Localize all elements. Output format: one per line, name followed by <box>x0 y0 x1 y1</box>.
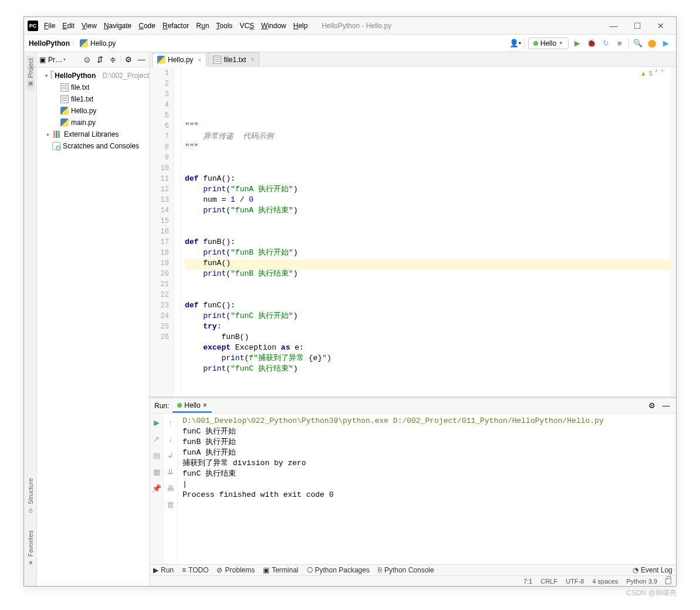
layout2-icon[interactable]: ▦ <box>151 466 162 477</box>
encoding[interactable]: UTF-8 <box>566 578 584 585</box>
green-dot-icon <box>177 403 182 408</box>
layout-icon[interactable]: ▤ <box>151 450 162 460</box>
run-button[interactable]: ▶ <box>572 38 583 49</box>
indent[interactable]: 4 spaces <box>592 578 618 585</box>
rail-tab-structure[interactable]: ⚲Structure <box>26 476 35 517</box>
menu-window[interactable]: Window <box>261 22 286 30</box>
menu-file[interactable]: File <box>44 22 55 30</box>
project-panel-header: ▣ Pr…▾ ⊙ ⇵ ≑ ⚙ — <box>37 52 149 67</box>
python-file-icon <box>60 118 69 127</box>
expand-toggle-icon[interactable]: ▾ <box>45 73 48 79</box>
project-icon: ▣ <box>26 80 35 89</box>
tree-item-file-txt[interactable]: file.txt <box>37 82 149 93</box>
breadcrumb[interactable]: HelloPython 〉 Hello.py <box>29 39 116 48</box>
tree-external-libs[interactable]: ▸ External Libraries <box>37 128 149 140</box>
run-tool-window: Run: Hello× ⚙ — ▶ ↗ ▤ ▦ 📌 ↑ <box>150 396 676 564</box>
stop-button[interactable]: ↗ <box>151 433 162 444</box>
update-icon[interactable]: ⬤ <box>647 38 657 49</box>
expand-toggle-icon[interactable]: ▸ <box>45 131 51 137</box>
menu-code[interactable]: Code <box>138 22 155 30</box>
menu-refactor[interactable]: Refactor <box>163 22 189 30</box>
bottom-tab-python-packages[interactable]: ⎔Python Packages <box>307 566 370 574</box>
menu-tools[interactable]: Tools <box>216 22 232 30</box>
scratches-icon <box>52 142 60 150</box>
breadcrumb-project[interactable]: HelloPython <box>29 39 70 48</box>
bottom-tab-run[interactable]: ▶Run <box>153 566 174 574</box>
gear-icon[interactable]: ⚙ <box>647 401 657 411</box>
bottom-tab-todo[interactable]: ≡TODO <box>182 566 208 574</box>
minimize-button[interactable]: — <box>602 18 625 34</box>
tree-item-hello-py[interactable]: Hello.py <box>37 105 149 117</box>
folder-icon <box>50 72 52 79</box>
close-tab-icon[interactable]: × <box>198 57 201 63</box>
chevron-up-icon[interactable]: ˄ <box>655 69 658 77</box>
project-panel-label[interactable]: Pr…▾ <box>48 56 66 64</box>
softwrap-icon[interactable]: ↲ <box>165 450 176 460</box>
caret-position[interactable]: 7:1 <box>523 578 532 585</box>
breadcrumb-file[interactable]: Hello.py <box>90 39 116 48</box>
tree-scratches[interactable]: Scratches and Consoles <box>37 140 149 152</box>
chevron-down-icon: ▾ <box>63 57 66 62</box>
menu-vcs[interactable]: VCS <box>239 22 254 30</box>
scroll-icon[interactable]: ⇊ <box>165 466 176 477</box>
tree-item-file1-txt[interactable]: file1.txt <box>37 93 149 105</box>
separator <box>120 55 121 65</box>
pin-icon[interactable]: 📌 <box>151 483 162 493</box>
console-output[interactable]: D:\001_Develop\022_Python\Python39\pytho… <box>178 414 676 564</box>
separator <box>628 38 629 49</box>
left-tool-rail: ▣Project ⚲Structure ★Favorites <box>24 52 37 586</box>
collapse-icon[interactable]: ≑ <box>107 55 118 65</box>
tab-hello-py[interactable]: Hello.py× <box>152 53 207 67</box>
python-file-icon <box>60 107 69 115</box>
maximize-button[interactable]: ☐ <box>625 18 649 34</box>
trash-icon[interactable]: 🗑 <box>165 499 176 510</box>
tree-item-main-py[interactable]: main.py <box>37 117 149 128</box>
line-ending[interactable]: CRLF <box>540 578 557 585</box>
debug-button[interactable]: 🐞 <box>586 38 597 49</box>
expand-icon[interactable]: ⇵ <box>94 55 105 65</box>
window-title: HelloPython - Hello.py <box>322 22 391 30</box>
menu-navigate[interactable]: Navigate <box>104 22 131 30</box>
user-icon[interactable]: 👤▾ <box>510 38 520 49</box>
gear-icon[interactable]: ⚙ <box>123 55 134 65</box>
bottom-tab-python-console[interactable]: ⎘Python Console <box>378 566 434 574</box>
run-panel-label: Run: <box>154 402 169 410</box>
menu-edit[interactable]: Edit <box>62 22 75 30</box>
menu-view[interactable]: View <box>82 22 97 30</box>
status-bar: 7:1 CRLF UTF-8 4 spaces Python 3.9 <box>150 575 676 586</box>
rail-tab-favorites[interactable]: ★Favorites <box>26 528 35 570</box>
stop-button[interactable]: ■ <box>614 38 625 49</box>
tree-root[interactable]: ▾ HelloPython D:\002_Project <box>37 70 149 82</box>
hide-panel-icon[interactable]: — <box>136 55 147 65</box>
bottom-tool-tabs: ▶Run ≡TODO ⊘Problems ▣Terminal ⎔Python P… <box>150 564 676 575</box>
text-file-icon <box>213 56 221 64</box>
code-editor[interactable]: 1234567891011121314151617181920212223242… <box>150 67 676 396</box>
run-anything-icon[interactable]: ▶ <box>661 38 671 49</box>
lock-icon[interactable] <box>665 578 671 584</box>
chevron-down-icon[interactable]: ˅ <box>661 69 664 77</box>
bottom-tab-terminal[interactable]: ▣Terminal <box>263 566 298 574</box>
print-icon[interactable]: 🖶 <box>165 483 176 493</box>
run-config-dropdown[interactable]: Hello ▼ <box>528 38 569 49</box>
tab-file1-txt[interactable]: file1.txt× <box>208 52 259 66</box>
bottom-tab-problems[interactable]: ⊘Problems <box>217 566 255 574</box>
titlebar: PC File Edit View Navigate Code Refactor… <box>24 17 676 35</box>
menu-run[interactable]: Run <box>196 22 209 30</box>
run-tab-hello[interactable]: Hello× <box>173 399 211 413</box>
interpreter[interactable]: Python 3.9 <box>626 578 657 585</box>
inspections-widget[interactable]: ▲ 5 ˄ ˅ <box>640 69 664 77</box>
coverage-button[interactable]: ↻ <box>600 38 611 49</box>
close-tab-icon[interactable]: × <box>203 401 207 409</box>
bottom-tab-event-log[interactable]: ◔Event Log <box>633 566 672 574</box>
rail-tab-project[interactable]: ▣Project <box>26 56 35 91</box>
search-icon[interactable]: 🔍 <box>633 38 643 49</box>
locate-icon[interactable]: ⊙ <box>82 55 92 65</box>
up-icon[interactable]: ↑ <box>165 417 176 428</box>
menu-help[interactable]: Help <box>293 22 308 30</box>
code-content[interactable]: """ 异常传递 代码示例"""def funA(): print("funA … <box>181 67 676 396</box>
close-button[interactable]: ✕ <box>649 18 672 34</box>
close-tab-icon[interactable]: × <box>251 56 254 63</box>
hide-panel-icon[interactable]: — <box>661 401 671 411</box>
down-icon[interactable]: ↓ <box>165 433 176 444</box>
rerun-button[interactable]: ▶ <box>151 417 162 428</box>
